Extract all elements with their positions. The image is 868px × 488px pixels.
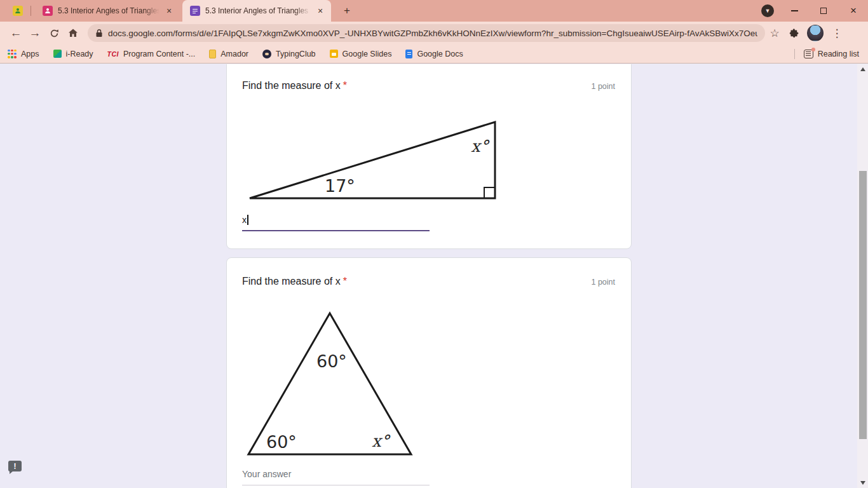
scrollbar-thumb[interactable]: [859, 171, 867, 439]
required-asterisk: *: [343, 276, 347, 287]
browser-menu-button[interactable]: ⋮: [827, 24, 846, 43]
text-caret: [247, 215, 248, 225]
profile-avatar[interactable]: [807, 25, 824, 41]
puzzle-icon: [789, 28, 799, 39]
google-docs-icon: [405, 50, 412, 58]
bookmark-label: Program Content -...: [123, 50, 195, 58]
angle-label-bottom-left: 60°: [266, 432, 297, 452]
typingclub-icon: [262, 50, 271, 58]
reading-list-icon: [804, 50, 813, 58]
exclamation-icon: !: [14, 462, 17, 471]
close-tab-icon[interactable]: ×: [163, 5, 175, 17]
question-card-1: Find the measure of x* 1 point x° 17° x: [226, 64, 632, 249]
bookmark-label: i-Ready: [66, 50, 93, 58]
report-abuse-button[interactable]: !: [8, 461, 22, 474]
bookmarks-separator: [794, 49, 795, 59]
restore-button[interactable]: [809, 0, 838, 22]
extensions-button[interactable]: [784, 24, 803, 43]
bookmark-program-content[interactable]: TCI Program Content -...: [107, 50, 196, 58]
question-title: Find the measure of x*: [242, 80, 347, 92]
back-button[interactable]: ←: [6, 24, 25, 43]
new-tab-button[interactable]: +: [341, 4, 353, 17]
required-asterisk: *: [343, 80, 347, 91]
bookmark-amador[interactable]: Amador: [209, 50, 248, 58]
bookmark-label: Google Docs: [417, 50, 463, 58]
apps-grid-icon: [8, 50, 17, 58]
question-card-2: Find the measure of x* 1 point 60° 60° x…: [226, 257, 632, 488]
equilateral-triangle-diagram: 60° 60° x°: [245, 310, 415, 458]
bookmark-typingclub[interactable]: TypingClub: [262, 50, 316, 58]
arrow-up-icon: [860, 67, 865, 71]
yellow-bookmark-icon: [209, 50, 216, 58]
right-triangle-diagram: x° 17°: [247, 116, 500, 203]
home-button[interactable]: [64, 24, 83, 43]
home-icon: [67, 27, 79, 39]
bookmark-apps[interactable]: Apps: [8, 50, 39, 58]
scroll-up-button[interactable]: [857, 64, 868, 74]
form-page: Find the measure of x* 1 point x° 17° x …: [0, 64, 868, 488]
close-window-button[interactable]: ×: [839, 0, 868, 22]
tab-interior-angles-1[interactable]: 5.3 Interior Angles of Triangles P ×: [35, 0, 180, 22]
scroll-down-button[interactable]: [857, 478, 868, 488]
angle-label-bottom-right: x°: [372, 431, 391, 451]
i-ready-cube-icon: [53, 50, 62, 58]
angle-label-17: 17°: [325, 176, 355, 196]
browser-toolbar: ← → docs.google.com/forms/d/e/1FAIpQLSe7…: [0, 22, 868, 44]
input-underline: [242, 485, 430, 485]
tci-logo-icon: TCI: [107, 50, 119, 58]
bookmark-label: Apps: [21, 50, 39, 58]
url-text: docs.google.com/forms/d/e/1FAIpQLSe7xkgm…: [108, 29, 757, 38]
bookmark-label: TypingClub: [276, 50, 316, 58]
pinned-tab[interactable]: [13, 6, 23, 16]
tab-separator: [31, 6, 31, 16]
browser-window: 5.3 Interior Angles of Triangles P × 5.3…: [0, 0, 868, 488]
points-badge: 1 point: [591, 82, 615, 91]
angle-label-x: x°: [471, 137, 490, 156]
question-title: Find the measure of x*: [242, 276, 347, 287]
lock-icon: [95, 29, 103, 37]
answer-input[interactable]: x: [242, 215, 248, 225]
minimize-button[interactable]: [780, 0, 809, 22]
page-scrollbar[interactable]: [857, 64, 868, 488]
chevron-down-icon: ▼: [765, 8, 771, 14]
tab-title: 5.3 Interior Angles of Triangles P: [205, 6, 311, 15]
minimize-icon: [791, 10, 798, 11]
close-tab-icon[interactable]: ×: [315, 5, 326, 17]
reload-button[interactable]: [44, 24, 64, 43]
answer-input-placeholder[interactable]: Your answer: [242, 469, 291, 479]
answer-value: x: [242, 215, 247, 225]
classroom-person-icon: [43, 6, 53, 16]
points-badge: 1 point: [591, 278, 615, 287]
bookmark-star-button[interactable]: ☆: [765, 24, 784, 43]
tab-title: 5.3 Interior Angles of Triangles P: [58, 6, 159, 15]
google-forms-icon: [190, 6, 200, 16]
address-bar[interactable]: docs.google.com/forms/d/e/1FAIpQLSe7xkgm…: [88, 24, 765, 42]
bookmark-i-ready[interactable]: i-Ready: [53, 50, 93, 58]
bookmark-google-slides[interactable]: Google Slides: [330, 50, 392, 58]
reading-list-button[interactable]: Reading list: [818, 50, 859, 58]
bookmark-label: Amador: [220, 50, 248, 58]
person-icon: [14, 7, 22, 15]
tab-strip: 5.3 Interior Angles of Triangles P × 5.3…: [0, 0, 868, 22]
bookmarks-bar: Apps i-Ready TCI Program Content -... Am…: [0, 44, 868, 64]
reload-icon: [49, 28, 60, 39]
google-slides-icon: [330, 50, 338, 58]
input-underline-focused: [242, 230, 430, 231]
bookmark-label: Google Slides: [342, 50, 392, 58]
arrow-down-icon: [860, 481, 865, 485]
forward-button[interactable]: →: [25, 24, 44, 43]
angle-label-apex: 60°: [316, 351, 347, 371]
bookmark-google-docs[interactable]: Google Docs: [405, 50, 463, 58]
right-angle-mark: [484, 187, 495, 198]
tab-search-button[interactable]: ▼: [761, 4, 774, 17]
tab-interior-angles-2-active[interactable]: 5.3 Interior Angles of Triangles P ×: [182, 0, 331, 22]
restore-icon: [820, 8, 827, 14]
